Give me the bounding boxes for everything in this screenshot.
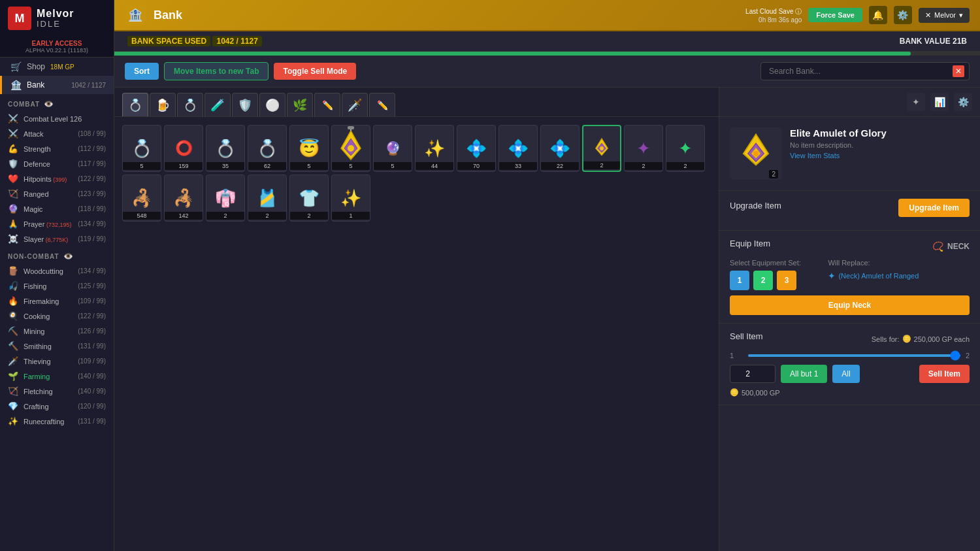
- bank-toolbar: Sort Move Items to new Tab Toggle Sell M…: [114, 56, 980, 88]
- item-slot[interactable]: ✨ 44: [415, 125, 454, 172]
- item-slot[interactable]: 💠 22: [540, 125, 580, 172]
- toggle-sell-mode-button[interactable]: Toggle Sell Mode: [274, 63, 356, 80]
- bank-tab-4[interactable]: 🛡️: [232, 93, 258, 116]
- item-slot[interactable]: ✨ 1: [331, 175, 370, 222]
- move-items-button[interactable]: Move Items to new Tab: [164, 62, 269, 80]
- bank-tab-8[interactable]: 🗡️: [342, 93, 368, 116]
- item-slot[interactable]: 😇 5: [289, 125, 329, 172]
- panel-item-info: Elite Amulet of Glory No item descriptio…: [790, 127, 970, 159]
- sidebar-item-magic[interactable]: 🔮 Magic (118 / 99): [0, 201, 114, 216]
- sparkle-icon-button[interactable]: ✦: [907, 93, 925, 111]
- item-count: 62: [248, 162, 286, 170]
- sidebar-item-ranged[interactable]: 🏹 Ranged (123 / 99): [0, 186, 114, 201]
- sidebar-item-prayer[interactable]: 🙏 Prayer (732,195) (134 / 99): [0, 216, 114, 231]
- svg-rect-4: [348, 126, 354, 129]
- item-slot[interactable]: 👘 2: [206, 175, 245, 222]
- shop-label: Shop: [27, 62, 45, 71]
- bank-tab-5[interactable]: ⚪: [259, 93, 286, 116]
- panel-item-desc: No item description.: [790, 141, 970, 149]
- sidebar-item-runecrafting[interactable]: ✨ Runecrafting (131 / 99): [0, 414, 114, 429]
- item-slot[interactable]: 💍 35: [206, 125, 245, 172]
- sidebar: M Melvor IDLE EARLY ACCESS ALPHA V0.22.1…: [0, 0, 114, 551]
- search-clear-button[interactable]: ✕: [953, 65, 964, 77]
- item-slot[interactable]: ✦ 2: [666, 125, 705, 172]
- sidebar-item-hitpoints[interactable]: ❤️ Hitpoints (399) (122 / 99): [0, 171, 114, 186]
- item-slot[interactable]: 💍 5: [122, 125, 161, 172]
- bank-body: 💍 🍺 💍 🧪 🛡️ ⚪ 🌿 ✏️ 🗡️ ✏️: [114, 88, 980, 551]
- sidebar-item-slayer[interactable]: ☠️ Slayer (6,775K) (119 / 99): [0, 231, 114, 246]
- equip-set-2-button[interactable]: 2: [753, 271, 773, 290]
- item-slot[interactable]: 👕 2: [289, 175, 329, 222]
- firemaking-label: Firemaking: [24, 297, 59, 305]
- bank-tab-2[interactable]: 💍: [177, 93, 203, 116]
- sidebar-item-bank[interactable]: 🏦 Bank 1042 / 1127: [0, 76, 114, 94]
- item-slot-selected[interactable]: 2: [582, 125, 621, 172]
- combat-section-header: COMBAT 👁️: [0, 94, 114, 111]
- item-slot[interactable]: 5: [331, 125, 370, 172]
- sidebar-item-fletching[interactable]: 🏹 Fletching (140 / 99): [0, 384, 114, 399]
- item-slot[interactable]: ✦ 2: [624, 125, 663, 172]
- equip-set-3-button[interactable]: 3: [777, 271, 796, 290]
- bank-tab-7[interactable]: ✏️: [314, 93, 340, 116]
- item-emoji: 💍: [215, 140, 236, 157]
- svg-point-2: [348, 145, 354, 152]
- sidebar-item-combat-level[interactable]: ⚔️ Combat Level 126: [0, 111, 114, 126]
- sidebar-item-crafting[interactable]: 💎 Crafting (120 / 99): [0, 399, 114, 414]
- cloud-save-time: 0h 8m 36s ago: [745, 16, 802, 24]
- sidebar-item-strength[interactable]: 💪 Strength (112 / 99): [0, 141, 114, 156]
- item-slot[interactable]: 🦂 142: [164, 175, 203, 222]
- gear-icon-button[interactable]: ⚙️: [954, 93, 972, 111]
- equip-neck-button[interactable]: Equip Neck: [730, 295, 970, 315]
- sidebar-item-mining[interactable]: ⛏️ Mining (126 / 99): [0, 324, 114, 339]
- sidebar-item-shop[interactable]: 🛒 Shop 18M GP: [0, 58, 114, 76]
- chart-icon-button[interactable]: 📊: [930, 93, 949, 111]
- logo-text: Melvor IDLE: [37, 8, 74, 29]
- equip-sets-buttons: 1 2 3: [730, 271, 824, 290]
- sidebar-item-defence[interactable]: 🛡️ Defence (117 / 99): [0, 156, 114, 171]
- bank-tab-0[interactable]: 💍: [122, 93, 148, 116]
- notification-button[interactable]: 🔔: [869, 6, 887, 24]
- bank-tab-9[interactable]: ✏️: [369, 93, 395, 116]
- logo-icon: M: [8, 7, 31, 30]
- settings-button[interactable]: ⚙️: [894, 6, 912, 24]
- sidebar-item-cooking[interactable]: 🍳 Cooking (122 / 99): [0, 309, 114, 324]
- sidebar-item-firemaking[interactable]: 🔥 Firemaking (109 / 99): [0, 293, 114, 309]
- sell-all-but-1-button[interactable]: All but 1: [781, 365, 827, 383]
- view-item-stats-link[interactable]: View Item Stats: [790, 152, 970, 159]
- bank-tab-1[interactable]: 🍺: [150, 93, 176, 116]
- user-menu-button[interactable]: ✕ Melvor ▾: [919, 8, 970, 23]
- hitpoints-label: Hitpoints (399): [24, 175, 67, 183]
- sell-all-button[interactable]: All: [832, 365, 859, 383]
- item-slot[interactable]: 💍 62: [248, 125, 287, 172]
- magic-icon: 🔮: [8, 204, 20, 214]
- prayer-count: (134 / 99): [78, 220, 106, 227]
- farming-icon: 🌱: [8, 371, 20, 381]
- sell-qty-input[interactable]: [730, 365, 776, 383]
- fletching-icon: 🏹: [8, 386, 20, 396]
- sell-quantity-slider[interactable]: [748, 354, 960, 357]
- sort-button[interactable]: Sort: [125, 63, 159, 80]
- item-slot[interactable]: 🔮 5: [373, 125, 412, 172]
- sell-item-button[interactable]: Sell Item: [919, 365, 970, 383]
- sidebar-item-smithing[interactable]: 🔨 Smithing (131 / 99): [0, 339, 114, 354]
- bank-tab-3[interactable]: 🧪: [204, 93, 231, 116]
- combat-level-label: Combat Level 126: [24, 115, 82, 123]
- sidebar-item-thieving[interactable]: 🗡️ Thieving (109 / 99): [0, 354, 114, 369]
- force-save-button[interactable]: Force Save: [808, 8, 862, 22]
- search-input[interactable]: [760, 62, 970, 80]
- equip-set-1-button[interactable]: 1: [730, 271, 749, 290]
- item-slot[interactable]: 🦂 548: [122, 175, 161, 222]
- sidebar-item-fishing[interactable]: 🎣 Fishing (125 / 99): [0, 278, 114, 293]
- item-slot[interactable]: 💠 70: [457, 125, 496, 172]
- item-slot[interactable]: ⭕ 159: [164, 125, 203, 172]
- bank-content: BANK SPACE USED 1042 / 1127 BANK VALUE 2…: [114, 31, 980, 551]
- sidebar-item-woodcutting[interactable]: 🪵 Woodcutting (134 / 99): [0, 263, 114, 278]
- bank-tab-6[interactable]: 🌿: [287, 93, 313, 116]
- thieving-label: Thieving: [24, 358, 51, 365]
- sidebar-item-attack[interactable]: ⚔️ Attack (108 / 99): [0, 126, 114, 141]
- item-slot[interactable]: 🎽 2: [248, 175, 287, 222]
- item-slot[interactable]: 💠 33: [498, 125, 538, 172]
- sidebar-item-farming[interactable]: 🌱 Farming (140 / 99): [0, 369, 114, 384]
- upgrade-item-button[interactable]: Upgrade Item: [898, 199, 970, 217]
- panel-item-qty-badge: 2: [769, 170, 778, 178]
